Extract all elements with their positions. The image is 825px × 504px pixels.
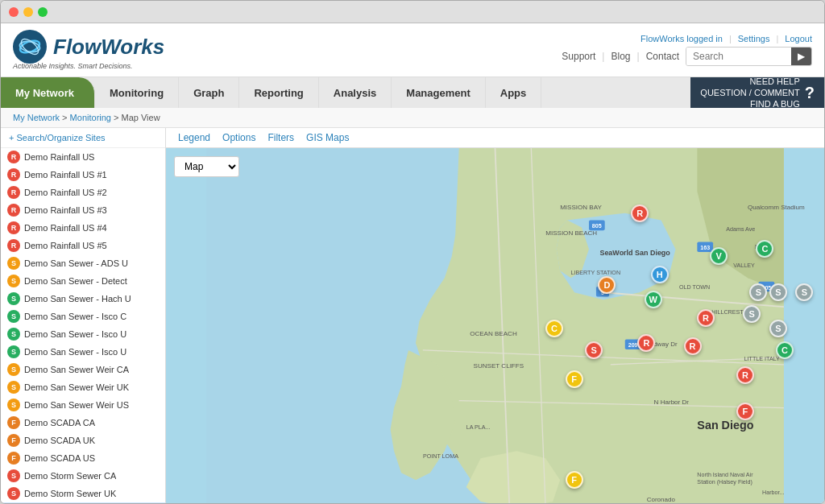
site-badge: S — [7, 399, 20, 411]
svg-text:LIBERTY STATION: LIBERTY STATION — [571, 270, 621, 276]
svg-text:LA PLA...: LA PLA... — [466, 424, 491, 431]
site-item[interactable]: S Demo San Sewer - Isco C — [1, 308, 165, 325]
site-badge: F — [7, 434, 20, 447]
map-marker[interactable]: F — [566, 370, 583, 388]
map-marker[interactable]: C — [756, 240, 773, 258]
site-badge: S — [7, 275, 20, 287]
titlebar — [1, 1, 824, 23]
svg-text:Station (Halsey Field): Station (Halsey Field) — [697, 479, 752, 485]
blog-link[interactable]: Blog — [611, 51, 630, 62]
site-item[interactable]: S Demo San Sewer - Detect — [1, 272, 165, 290]
map-marker[interactable]: S — [743, 305, 761, 323]
site-item[interactable]: S Demo San Sewer - ADS U — [1, 254, 165, 272]
settings-link[interactable]: Settings — [738, 34, 770, 43]
site-badge: R — [7, 204, 20, 217]
site-name: Demo San Sewer - Isco U — [24, 329, 126, 339]
map-marker[interactable]: F — [736, 403, 754, 420]
map-marker[interactable]: S — [769, 283, 787, 301]
window-controls — [9, 7, 48, 17]
site-name: Demo San Sewer - Isco U — [24, 347, 126, 357]
nav-monitoring[interactable]: Monitoring — [95, 77, 179, 108]
tab-filters[interactable]: Filters — [267, 132, 294, 143]
map-marker[interactable]: F — [566, 471, 583, 489]
site-item[interactable]: S Demo Storm Sewer CA — [1, 467, 165, 485]
site-item[interactable]: R Demo Rainfall US #1 — [1, 166, 165, 184]
map-marker[interactable]: R — [631, 204, 649, 222]
map-marker[interactable]: R — [697, 309, 715, 327]
site-item[interactable]: S Demo San Sewer Weir US — [1, 396, 165, 414]
site-name: Demo Storm Sewer CA — [24, 471, 116, 481]
contact-link[interactable]: Contact — [646, 51, 679, 62]
search-button[interactable]: ▶ — [791, 48, 811, 65]
site-item[interactable]: S Demo Storm Sewer UK — [1, 485, 165, 502]
minimize-button[interactable] — [23, 7, 33, 17]
site-item[interactable]: R Demo Rainfall US #5 — [1, 237, 165, 254]
map-type-dropdown[interactable]: Map Satellite Hybrid — [174, 156, 239, 177]
maximize-button[interactable] — [38, 7, 48, 17]
site-item[interactable]: S Demo San Sewer Weir UK — [1, 378, 165, 396]
tab-options[interactable]: Options — [222, 132, 255, 143]
site-name: Demo San Sewer Weir CA — [24, 365, 129, 374]
site-name: Demo Rainfall US #3 — [24, 205, 107, 215]
map-marker[interactable]: R — [637, 334, 655, 352]
site-item[interactable]: R Demo Rainfall US — [1, 148, 165, 166]
close-button[interactable] — [9, 7, 19, 17]
nav-apps[interactable]: Apps — [486, 77, 542, 108]
site-name: Demo San Sewer - ADS U — [24, 258, 128, 268]
site-item[interactable]: R Demo Rainfall US #3 — [1, 201, 165, 219]
svg-text:North Island Naval Air: North Island Naval Air — [697, 472, 753, 478]
svg-text:SeaWorld San Diego: SeaWorld San Diego — [599, 249, 670, 257]
breadcrumb-monitoring[interactable]: Monitoring — [70, 113, 111, 122]
map-container[interactable]: 5 209 805 163 805 SeaWorld San Diego MIS… — [166, 148, 824, 504]
site-item[interactable]: F Demo SCADA UK — [1, 432, 165, 449]
nav-graph[interactable]: Graph — [179, 77, 239, 108]
site-badge: S — [7, 328, 20, 341]
site-item[interactable]: R Demo Rainfall US #4 — [1, 219, 165, 237]
map-marker[interactable]: S — [795, 283, 813, 301]
site-item[interactable]: F Demo SCADA CA — [1, 414, 165, 432]
support-link[interactable]: Support — [562, 51, 595, 62]
tab-gis-maps[interactable]: GIS Maps — [306, 132, 349, 143]
map-marker[interactable]: D — [598, 276, 616, 294]
site-name: Demo San Sewer - Detect — [24, 276, 127, 286]
map-type-selector[interactable]: Map Satellite Hybrid — [174, 156, 239, 177]
nav-reporting[interactable]: Reporting — [239, 77, 318, 108]
nav-management[interactable]: Management — [392, 77, 485, 108]
site-item[interactable]: S Demo San Sewer Weir CA — [1, 361, 165, 378]
breadcrumb-my-network[interactable]: My Network — [13, 113, 60, 122]
svg-text:Coronado: Coronado — [647, 496, 676, 503]
map-marker[interactable]: V — [710, 247, 728, 265]
help-icon: ? — [805, 82, 815, 103]
top-links: FlowWorks logged in | Settings | Logout — [641, 34, 812, 43]
map-marker[interactable]: R — [736, 366, 754, 384]
search-box: ▶ — [686, 47, 812, 66]
logo-icon — [13, 30, 47, 64]
search-organize-sites[interactable]: + Search/Organize Sites — [1, 128, 165, 148]
map-marker[interactable]: R — [684, 337, 702, 355]
nav-analysis[interactable]: Analysis — [319, 77, 392, 108]
site-name: Demo Rainfall US #4 — [24, 223, 107, 233]
map-marker[interactable]: C — [776, 341, 794, 359]
help-line3: FIND A BUG — [700, 98, 799, 109]
help-line1: NEED HELP — [700, 76, 799, 87]
site-item[interactable]: S Demo San Sewer - Isco U — [1, 325, 165, 343]
site-item[interactable]: S Demo San Sewer - Hach U — [1, 290, 165, 308]
search-input[interactable] — [686, 48, 791, 65]
map-marker[interactable]: C — [545, 320, 563, 337]
logout-link[interactable]: Logout — [785, 34, 812, 43]
map-marker[interactable]: W — [645, 291, 662, 308]
site-item[interactable]: F Demo SCADA US — [1, 449, 165, 467]
logged-in-link[interactable]: FlowWorks logged in — [641, 34, 723, 43]
site-badge: R — [7, 168, 20, 181]
map-marker[interactable]: S — [585, 341, 603, 359]
help-button[interactable]: NEED HELP QUESTION / COMMENT FIND A BUG … — [690, 77, 824, 108]
app-window: FlowWorks Actionable Insights. Smart Dec… — [0, 0, 825, 504]
nav-my-network[interactable]: My Network — [1, 77, 95, 108]
map-marker[interactable]: S — [769, 320, 787, 337]
site-item[interactable]: S Demo San Sewer - Isco U — [1, 343, 165, 361]
site-item[interactable]: R Demo Rainfall US #2 — [1, 184, 165, 201]
site-badge: R — [7, 186, 20, 199]
tab-legend[interactable]: Legend — [178, 132, 210, 143]
map-marker[interactable]: S — [749, 283, 767, 301]
map-marker[interactable]: H — [651, 266, 669, 283]
